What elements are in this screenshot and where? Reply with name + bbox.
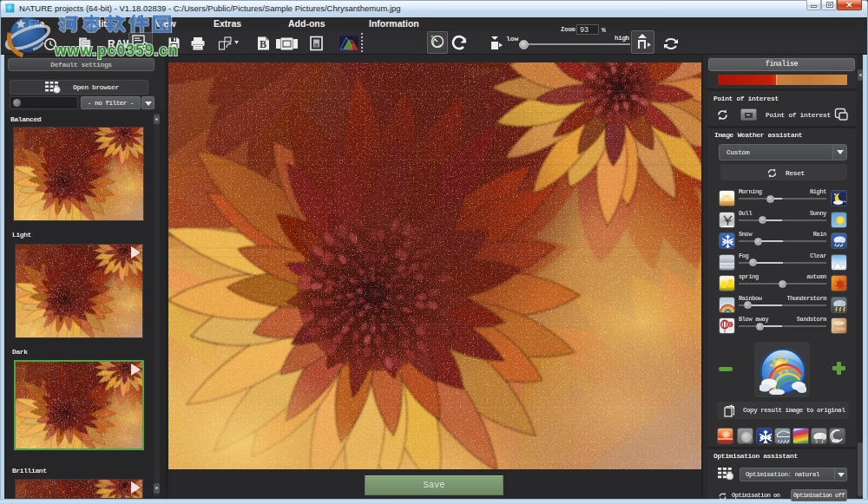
- svg-text:? ? ?: ? ? ?: [814, 440, 826, 444]
- svg-text:B: B: [260, 38, 266, 50]
- svg-text:www.pc0359.cn: www.pc0359.cn: [54, 42, 179, 59]
